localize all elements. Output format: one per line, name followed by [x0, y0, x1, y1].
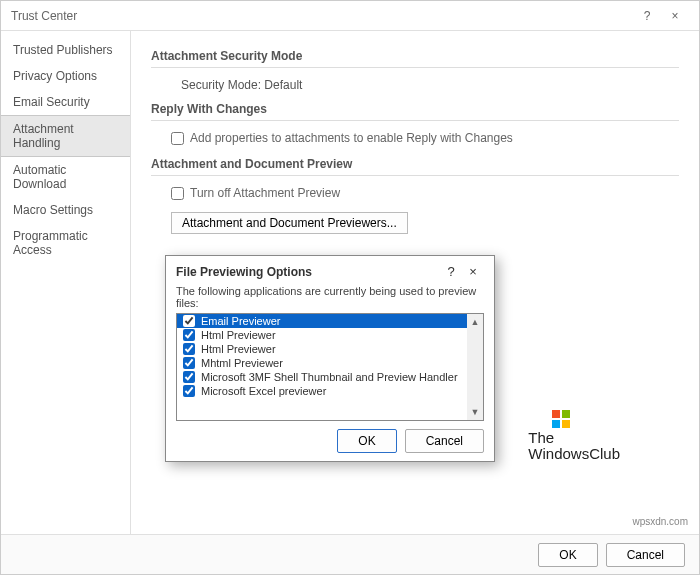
window-title: Trust Center: [11, 9, 633, 23]
list-item-label: Microsoft Excel previewer: [201, 385, 326, 397]
sidebar-item-email-security[interactable]: Email Security: [1, 89, 130, 115]
watermark-site: wpsxdn.com: [632, 516, 688, 527]
list-item-label: Mhtml Previewer: [201, 357, 283, 369]
turn-off-preview-label: Turn off Attachment Preview: [190, 186, 340, 200]
window-footer: OK Cancel: [1, 534, 699, 574]
dialog-description: The following applications are currently…: [166, 285, 494, 313]
divider: [151, 120, 679, 121]
titlebar: Trust Center ? ×: [1, 1, 699, 31]
list-item-checkbox[interactable]: [183, 329, 195, 341]
list-item-checkbox[interactable]: [183, 357, 195, 369]
list-item[interactable]: Html Previewer: [177, 328, 483, 342]
list-item[interactable]: Mhtml Previewer: [177, 356, 483, 370]
dialog-ok-button[interactable]: OK: [337, 429, 396, 453]
list-item-checkbox[interactable]: [183, 385, 195, 397]
list-item[interactable]: Microsoft Excel previewer: [177, 384, 483, 398]
reply-with-changes-checkbox[interactable]: [171, 132, 184, 145]
help-icon[interactable]: ?: [633, 9, 661, 23]
file-previewing-dialog: File Previewing Options ? × The followin…: [165, 255, 495, 462]
reply-with-changes-label: Add properties to attachments to enable …: [190, 131, 513, 145]
list-item-checkbox[interactable]: [183, 343, 195, 355]
dialog-titlebar: File Previewing Options ? ×: [166, 256, 494, 285]
sidebar-item-macro-settings[interactable]: Macro Settings: [1, 197, 130, 223]
security-mode-value: Security Mode: Default: [181, 78, 679, 92]
scroll-up-icon[interactable]: ▲: [467, 314, 483, 330]
dialog-footer: OK Cancel: [166, 421, 494, 461]
list-item-label: Email Previewer: [201, 315, 280, 327]
turn-off-preview-checkbox[interactable]: [171, 187, 184, 200]
watermark-brand: TheWindowsClub: [528, 430, 620, 462]
listbox-scrollbar[interactable]: ▲ ▼: [467, 314, 483, 420]
dialog-cancel-button[interactable]: Cancel: [405, 429, 484, 453]
list-item-checkbox[interactable]: [183, 371, 195, 383]
close-icon[interactable]: ×: [661, 9, 689, 23]
section-heading-reply: Reply With Changes: [151, 102, 679, 116]
list-item-label: Html Previewer: [201, 343, 276, 355]
windows-logo-icon: [552, 410, 570, 428]
dialog-close-icon[interactable]: ×: [462, 264, 484, 279]
cancel-button[interactable]: Cancel: [606, 543, 685, 567]
dialog-title: File Previewing Options: [176, 265, 440, 279]
ok-button[interactable]: OK: [538, 543, 597, 567]
sidebar: Trusted Publishers Privacy Options Email…: [1, 31, 131, 534]
list-item-checkbox[interactable]: [183, 315, 195, 327]
turn-off-preview-row: Turn off Attachment Preview: [171, 186, 679, 200]
section-heading-security-mode: Attachment Security Mode: [151, 49, 679, 63]
sidebar-item-privacy-options[interactable]: Privacy Options: [1, 63, 130, 89]
sidebar-item-attachment-handling[interactable]: Attachment Handling: [1, 115, 130, 157]
previewers-button[interactable]: Attachment and Document Previewers...: [171, 212, 408, 234]
list-item-label: Html Previewer: [201, 329, 276, 341]
divider: [151, 67, 679, 68]
sidebar-item-programmatic-access[interactable]: Programmatic Access: [1, 223, 130, 263]
scroll-track[interactable]: [467, 330, 483, 404]
previewer-listbox[interactable]: Email Previewer Html Previewer Html Prev…: [176, 313, 484, 421]
divider: [151, 175, 679, 176]
list-item[interactable]: Email Previewer: [177, 314, 483, 328]
list-item[interactable]: Html Previewer: [177, 342, 483, 356]
section-heading-preview: Attachment and Document Preview: [151, 157, 679, 171]
scroll-down-icon[interactable]: ▼: [467, 404, 483, 420]
sidebar-item-trusted-publishers[interactable]: Trusted Publishers: [1, 37, 130, 63]
list-item[interactable]: Microsoft 3MF Shell Thumbnail and Previe…: [177, 370, 483, 384]
dialog-help-icon[interactable]: ?: [440, 264, 462, 279]
sidebar-item-automatic-download[interactable]: Automatic Download: [1, 157, 130, 197]
list-item-label: Microsoft 3MF Shell Thumbnail and Previe…: [201, 371, 458, 383]
reply-with-changes-row: Add properties to attachments to enable …: [171, 131, 679, 145]
